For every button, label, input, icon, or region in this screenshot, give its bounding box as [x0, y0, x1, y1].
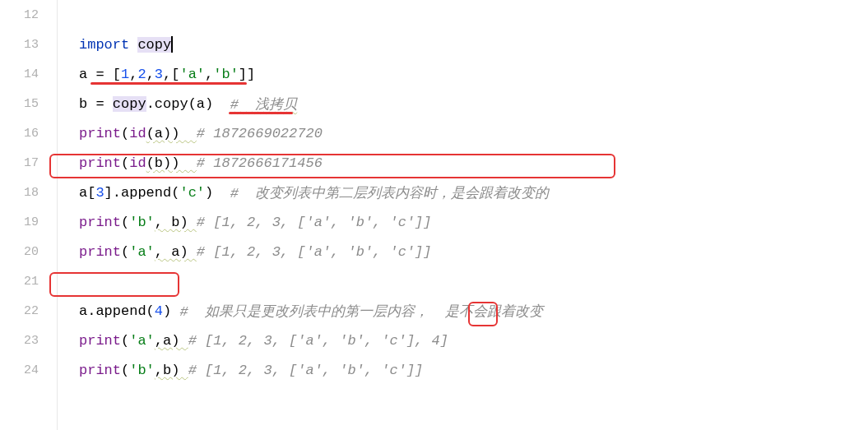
comment: # [1, 2, 3, ['a', 'b', 'c'], 4] — [188, 333, 448, 349]
identifier: copy — [113, 96, 146, 112]
code-token: , b) — [155, 215, 197, 230]
code-token: ].append( — [104, 185, 180, 201]
code-editor: 12 13 14 15 16 17 18 19 20 21 22 23 24 i… — [0, 0, 868, 430]
space — [129, 37, 137, 53]
code-token: ,b) — [155, 363, 188, 378]
builtin-id: id — [129, 126, 146, 141]
builtin-print: print — [79, 155, 121, 171]
line-number-gutter: 12 13 14 15 16 17 18 19 20 21 22 23 24 — [0, 0, 58, 430]
comma: , — [146, 67, 155, 82]
brackets-close: ]] — [239, 67, 255, 82]
line-number: 22 — [0, 296, 57, 326]
line-number: 17 — [0, 148, 57, 178]
comment: # 改变列表中第二层列表内容时，是会跟着改变的 — [230, 183, 550, 202]
string-literal: 'b' — [129, 215, 155, 230]
builtin-print: print — [79, 126, 121, 141]
line-number: 23 — [0, 326, 57, 355]
string-literal: 'b' — [213, 67, 239, 82]
text-cursor — [171, 36, 173, 53]
code-token: , a) — [155, 244, 197, 260]
comment: # 1872669022720 — [197, 126, 323, 141]
code-line[interactable]: a.append(4) # 如果只是更改列表中的第一层内容， 是不会跟着改变 — [79, 296, 868, 326]
line-number: 13 — [0, 30, 57, 59]
line-number: 24 — [0, 355, 57, 385]
paren: ( — [121, 155, 129, 171]
code-token: b = — [79, 96, 113, 112]
code-line[interactable]: b = copy.copy(a) # 浅拷贝 — [79, 89, 868, 118]
code-token: a.append( — [79, 303, 155, 319]
comment: # [1, 2, 3, ['a', 'b', 'c']] — [197, 244, 432, 260]
code-line[interactable] — [79, 266, 868, 296]
function-call: copy — [155, 96, 188, 112]
line-number: 15 — [0, 89, 57, 118]
code-token: a[ — [79, 185, 95, 201]
comment: # [1, 2, 3, ['a', 'b', 'c']] — [188, 363, 424, 378]
line-number: 18 — [0, 178, 57, 207]
paren: ( — [121, 363, 129, 378]
number-literal: 4 — [155, 303, 163, 319]
string-literal: 'a' — [129, 244, 155, 260]
comment: # 浅拷贝 — [230, 95, 298, 113]
code-area[interactable]: import copy a = [1,2,3,['a','b']] b = co… — [58, 0, 868, 430]
paren: ( — [121, 244, 129, 260]
comma: , — [163, 67, 171, 82]
code-line[interactable]: print('a',a) # [1, 2, 3, ['a', 'b', 'c']… — [79, 326, 868, 355]
code-token: ) — [205, 185, 230, 201]
builtin-print: print — [79, 215, 121, 230]
string-literal: 'b' — [129, 363, 155, 378]
code-line[interactable]: print(id(a)) # 1872669022720 — [79, 118, 868, 148]
paren: ( — [121, 215, 129, 230]
code-line[interactable]: print('b',b) # [1, 2, 3, ['a', 'b', 'c']… — [79, 355, 868, 385]
paren: ( — [121, 126, 129, 141]
code-line[interactable]: a[3].append('c') # 改变列表中第二层列表内容时，是会跟着改变的 — [79, 178, 868, 207]
comment: # 1872666171456 — [197, 155, 323, 171]
code-line[interactable]: print('a', a) # [1, 2, 3, ['a', 'b', 'c'… — [79, 237, 868, 266]
code-line[interactable]: print(id(b)) # 1872666171456 — [79, 148, 868, 178]
comment: # [1, 2, 3, ['a', 'b', 'c']] — [197, 215, 432, 230]
builtin-id: id — [129, 155, 146, 171]
string-literal: 'a' — [179, 67, 205, 82]
line-number: 16 — [0, 118, 57, 148]
keyword-import: import — [79, 37, 129, 53]
builtin-print: print — [79, 363, 121, 378]
line-number: 12 — [0, 0, 57, 30]
dot: . — [146, 96, 155, 112]
line-number: 21 — [0, 266, 57, 296]
code-token: ,a) — [155, 333, 188, 349]
code-line[interactable] — [79, 0, 868, 30]
comma: , — [129, 67, 137, 82]
number-literal: 2 — [137, 67, 146, 82]
code-token: ) — [163, 303, 179, 319]
comment: # 如果只是更改列表中的第一层内容， 是不会跟着改变 — [179, 302, 543, 321]
number-literal: 3 — [95, 185, 104, 201]
code-line[interactable]: a = [1,2,3,['a','b']] — [79, 59, 868, 89]
line-number: 14 — [0, 59, 57, 89]
bracket: [ — [171, 67, 179, 82]
code-line[interactable]: import copy — [79, 30, 868, 59]
paren: ( — [121, 333, 129, 349]
code-token: a = [ — [79, 67, 121, 82]
module-name: copy — [137, 37, 171, 53]
builtin-print: print — [79, 333, 121, 349]
string-literal: 'c' — [179, 185, 205, 201]
string-literal: 'a' — [129, 333, 155, 349]
code-token: (a)) — [146, 126, 197, 141]
comma: , — [205, 67, 213, 82]
builtin-print: print — [79, 244, 121, 260]
code-line[interactable]: print('b', b) # [1, 2, 3, ['a', 'b', 'c'… — [79, 207, 868, 237]
code-token: (b)) — [146, 155, 197, 171]
paren-arg: (a) — [188, 96, 230, 112]
number-literal: 3 — [155, 67, 163, 82]
number-literal: 1 — [121, 67, 129, 82]
line-number: 20 — [0, 237, 57, 266]
line-number: 19 — [0, 207, 57, 237]
